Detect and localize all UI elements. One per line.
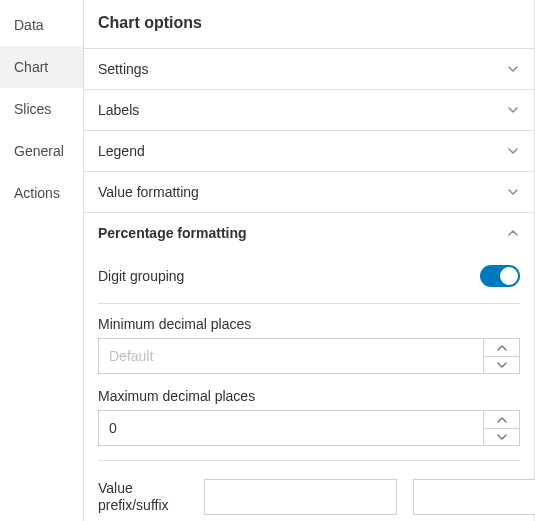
max-decimals-stepper (98, 410, 520, 446)
digit-grouping-toggle[interactable] (480, 265, 520, 287)
min-decimals-input[interactable] (99, 339, 483, 373)
divider (98, 303, 520, 304)
chevron-up-icon (506, 226, 520, 240)
accordion-list: Settings Labels Legend (84, 48, 534, 521)
section-legend-header[interactable]: Legend (84, 131, 534, 171)
sidebar-item-label: Chart (14, 59, 48, 75)
sidebar-item-general[interactable]: General (0, 130, 83, 172)
min-decimals-step-down[interactable] (484, 356, 519, 373)
sidebar-item-label: General (14, 143, 64, 159)
digit-grouping-label: Digit grouping (98, 268, 184, 284)
section-labels: Labels (84, 90, 534, 131)
section-label: Legend (98, 143, 145, 159)
sidebar-item-chart[interactable]: Chart (0, 46, 83, 88)
sidebar-item-slices[interactable]: Slices (0, 88, 83, 130)
max-decimals-step-up[interactable] (484, 411, 519, 428)
min-decimals-spin (483, 339, 519, 373)
chevron-down-icon (506, 62, 520, 76)
section-label: Labels (98, 102, 139, 118)
section-label: Percentage formatting (98, 225, 247, 241)
max-decimals-input[interactable] (99, 411, 483, 445)
value-suffix-input[interactable] (413, 479, 535, 515)
section-value-formatting-header[interactable]: Value formatting (84, 172, 534, 212)
chevron-down-icon (506, 144, 520, 158)
chevron-down-icon (506, 103, 520, 117)
section-value-formatting: Value formatting (84, 172, 534, 213)
section-settings: Settings (84, 49, 534, 90)
main-panel: Chart options Settings Labels (84, 0, 534, 521)
sidebar: Data Chart Slices General Actions (0, 0, 84, 521)
section-percentage-formatting-body: Digit grouping Minimum decimal places (84, 253, 534, 521)
chevron-down-icon (506, 185, 520, 199)
prefix-suffix-row: Value prefix/suffix (98, 473, 520, 515)
app-root: Data Chart Slices General Actions Chart … (0, 0, 535, 521)
sidebar-item-label: Actions (14, 185, 60, 201)
sidebar-item-actions[interactable]: Actions (0, 172, 83, 214)
divider (98, 460, 520, 461)
section-settings-header[interactable]: Settings (84, 49, 534, 89)
section-legend: Legend (84, 131, 534, 172)
max-decimals-spin (483, 411, 519, 445)
section-percentage-formatting-header[interactable]: Percentage formatting (84, 213, 534, 253)
section-label: Settings (98, 61, 149, 77)
sidebar-item-label: Slices (14, 101, 51, 117)
prefix-suffix-label: Value prefix/suffix (98, 480, 188, 514)
section-labels-header[interactable]: Labels (84, 90, 534, 130)
min-decimals-stepper (98, 338, 520, 374)
sidebar-item-data[interactable]: Data (0, 4, 83, 46)
page-title: Chart options (84, 0, 534, 48)
section-percentage-formatting: Percentage formatting Digit grouping Min (84, 213, 534, 521)
min-decimals-label: Minimum decimal places (98, 316, 520, 332)
max-decimals-step-down[interactable] (484, 428, 519, 445)
sidebar-item-label: Data (14, 17, 44, 33)
digit-grouping-row: Digit grouping (98, 257, 520, 291)
min-decimals-field: Minimum decimal places (98, 316, 520, 374)
min-decimals-step-up[interactable] (484, 339, 519, 356)
section-label: Value formatting (98, 184, 199, 200)
value-prefix-input[interactable] (204, 479, 397, 515)
max-decimals-field: Maximum decimal places (98, 388, 520, 446)
max-decimals-label: Maximum decimal places (98, 388, 520, 404)
